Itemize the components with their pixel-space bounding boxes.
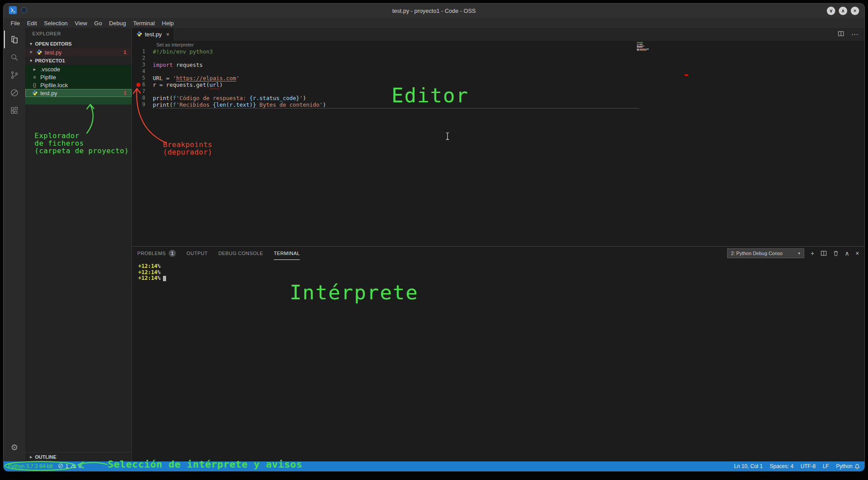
search-icon[interactable] xyxy=(4,48,25,66)
outline-section-header[interactable]: ▸ OUTLINE xyxy=(25,452,132,461)
prompt-percent: % xyxy=(157,275,160,281)
close-panel-icon[interactable]: × xyxy=(856,250,859,256)
notifications-bell-icon[interactable] xyxy=(854,464,860,469)
file-item-Pipfile[interactable]: ≡Pipfile xyxy=(25,73,132,81)
window-controls: ∨∧× xyxy=(827,7,864,15)
terminal-output[interactable]: +12:14%+12:14%+12:14% xyxy=(132,260,864,461)
titlebar-icons xyxy=(4,6,27,16)
panel-tab-label: TERMINAL xyxy=(274,251,300,256)
maximize-panel-icon[interactable]: ∧ xyxy=(845,250,849,256)
code-line[interactable]: 4 xyxy=(132,68,864,75)
braces-icon: {} xyxy=(31,82,38,88)
open-editor-item[interactable]: ×test.py1 xyxy=(25,48,132,56)
editor-tab-bar: test.py × ··· xyxy=(132,28,864,41)
code-line[interactable]: 8print(f'Código de respuesta: {r.status_… xyxy=(132,95,864,101)
code-text: print(f'Recibidos {len(r.text)} Bytes de… xyxy=(153,101,326,108)
cursor-position[interactable]: Ln 10, Col 1 xyxy=(734,463,763,469)
explorer-icon[interactable] xyxy=(4,31,25,48)
panel-tab-terminal[interactable]: TERMINAL xyxy=(274,247,300,260)
code-line[interactable]: 7 xyxy=(132,88,864,95)
selection-strip xyxy=(25,97,132,105)
close-tab-icon[interactable]: × xyxy=(166,31,169,38)
tab-label: test.py xyxy=(145,31,162,38)
code-text: #!/bin/env python3 xyxy=(153,48,213,55)
menu-go[interactable]: Go xyxy=(91,20,105,27)
code-line[interactable]: 2 xyxy=(132,55,864,62)
more-actions-icon[interactable]: ··· xyxy=(851,31,858,39)
overview-ruler-error-mark xyxy=(685,74,688,76)
kill-terminal-icon[interactable] xyxy=(833,250,839,256)
extensions-icon[interactable] xyxy=(4,101,25,119)
screen: test.py - proyecto1 - Code - OSS ∨∧× Fil… xyxy=(0,0,868,480)
indent-setting[interactable]: Spaces: 4 xyxy=(770,463,793,469)
warning-icon xyxy=(70,463,76,470)
menu-view[interactable]: View xyxy=(71,20,91,27)
problems-status[interactable]: 1 0 xyxy=(58,463,81,470)
code-line[interactable]: 1#!/bin/env python3 xyxy=(132,48,864,55)
code-line[interactable]: 3import requests xyxy=(132,62,864,68)
code-token: {r.status_code} xyxy=(249,95,299,101)
list-icon: ≡ xyxy=(31,74,38,80)
source-control-icon[interactable] xyxy=(4,66,25,84)
terminal-cursor xyxy=(163,276,166,281)
file-item-test-py[interactable]: test.py1 xyxy=(25,89,132,97)
explorer-header: EXPLORER xyxy=(25,28,132,39)
project-section-header[interactable]: ▾ PROYECTO1 xyxy=(25,56,132,65)
prompt-percent: % xyxy=(157,263,160,269)
menu-edit[interactable]: Edit xyxy=(23,20,40,27)
code-token: ) xyxy=(220,81,223,88)
code-token: 'Código de respuesta: xyxy=(176,95,250,101)
terminal-prompt-line: +12:14% xyxy=(138,263,864,270)
close-button[interactable]: × xyxy=(851,7,859,15)
menu-terminal[interactable]: Terminal xyxy=(129,20,158,27)
breakpoint-icon[interactable] xyxy=(136,83,140,87)
file-name: Pipfile xyxy=(40,74,56,81)
panel-tab-debug-console[interactable]: DEBUG CONSOLE xyxy=(218,247,263,260)
error-count: 1 xyxy=(66,463,69,469)
split-editor-icon[interactable] xyxy=(838,31,844,39)
chevron-down-icon: ▾ xyxy=(29,58,33,63)
code-token: import xyxy=(153,62,173,68)
panel-tab-label: DEBUG CONSOLE xyxy=(218,251,263,256)
terminal-prompt-line: +12:14% xyxy=(138,270,864,276)
maximize-button[interactable]: ∧ xyxy=(839,7,847,15)
settings-gear-icon[interactable]: ⚙ xyxy=(4,438,25,456)
split-terminal-icon[interactable] xyxy=(821,250,827,256)
new-terminal-icon[interactable]: + xyxy=(810,250,814,256)
menu-selection[interactable]: Selection xyxy=(40,20,71,27)
debug-disabled-icon[interactable] xyxy=(4,84,25,101)
panel-tab-output[interactable]: OUTPUT xyxy=(186,247,208,260)
code-token: URL = xyxy=(153,75,173,81)
code-line[interactable]: 9print(f'Recibidos {len(r.text)} Bytes d… xyxy=(132,101,864,108)
codelens-set-interpreter[interactable]: Set as interpreter xyxy=(156,42,194,47)
file-item--vscode[interactable]: ▸.vscode xyxy=(25,65,132,73)
code-token: ' xyxy=(173,75,176,81)
file-item-Pipfile-lock[interactable]: {}Pipfile.lock xyxy=(25,81,132,89)
tab-testpy[interactable]: test.py × xyxy=(132,28,174,41)
problems-badge: 1 xyxy=(124,50,128,55)
menu-debug[interactable]: Debug xyxy=(105,20,129,27)
menu-file[interactable]: File xyxy=(7,20,23,27)
code-editor[interactable]: Set as interpreter 1#!/bin/env python323… xyxy=(132,41,864,246)
interpreter-selector[interactable]: Python 3.7.3 64-bit xyxy=(8,463,53,469)
code-token: 'Recibidos xyxy=(176,101,213,108)
eol-setting[interactable]: LF xyxy=(823,463,829,469)
code-token: f xyxy=(173,101,176,108)
code-line[interactable]: 5URL = 'https://elpais.com' xyxy=(132,75,864,81)
close-editor-icon[interactable]: × xyxy=(29,49,33,55)
code-line[interactable]: 6r = requests.get(url) xyxy=(132,81,864,88)
minimap[interactable] xyxy=(637,42,651,53)
code-text: r = requests.get(url) xyxy=(153,81,223,88)
minimize-button[interactable]: ∨ xyxy=(827,7,835,15)
open-editors-section-header[interactable]: ▾ OPEN EDITORS xyxy=(25,39,132,48)
encoding[interactable]: UTF-8 xyxy=(801,463,816,469)
terminal-picker-dropdown[interactable]: 2: Python Debug Conso ▼ xyxy=(727,248,804,258)
panel-tab-problems[interactable]: PROBLEMS1 xyxy=(137,247,176,260)
language-mode[interactable]: Python xyxy=(836,463,852,469)
code-token: {len(r.text)} xyxy=(213,101,256,108)
menubar: FileEditSelectionViewGoDebugTerminalHelp xyxy=(4,18,864,28)
text-cursor-pointer xyxy=(445,132,450,142)
code-token: print( xyxy=(153,95,173,101)
menu-help[interactable]: Help xyxy=(159,20,178,27)
project-label: PROYECTO1 xyxy=(35,58,65,63)
